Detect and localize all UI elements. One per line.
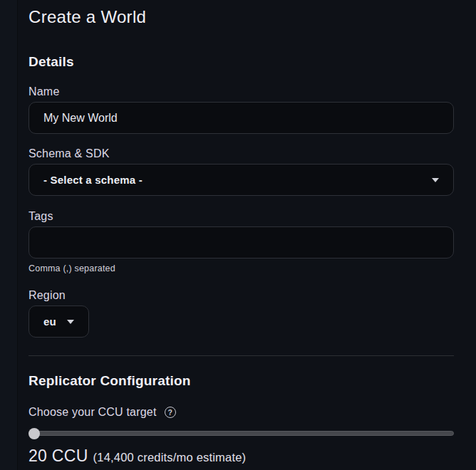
section-divider [29, 355, 454, 356]
ccu-estimate-text: (14,400 credits/mo estimate) [93, 451, 247, 464]
region-select[interactable]: eu [29, 306, 89, 338]
tags-helper-text: Comma (,) separated [29, 263, 454, 273]
tags-label: Tags [29, 210, 454, 223]
ccu-slider[interactable] [29, 428, 454, 439]
replicator-section-heading: Replicator Configuration [29, 373, 454, 389]
chevron-down-icon [432, 178, 439, 182]
schema-select-value: - Select a schema - [43, 174, 143, 186]
slider-thumb[interactable] [29, 428, 40, 439]
chevron-down-icon [67, 320, 74, 324]
ccu-target-label-row: Choose your CCU target ? [29, 406, 454, 419]
ccu-target-label: Choose your CCU target [29, 406, 157, 419]
region-select-value: eu [43, 315, 56, 328]
schema-sdk-label: Schema & SDK [29, 147, 454, 160]
region-label: Region [29, 289, 454, 302]
details-section-heading: Details [29, 54, 454, 70]
ccu-value-row: 20 CCU (14,400 credits/mo estimate) [29, 446, 454, 466]
name-label: Name [29, 85, 454, 98]
ccu-value-text: 20 CCU [29, 446, 88, 466]
slider-track [29, 431, 454, 436]
schema-select[interactable]: - Select a schema - [29, 164, 454, 196]
create-world-form: Create a World Details Name Schema & SDK… [0, 7, 476, 466]
name-input[interactable] [29, 102, 454, 134]
help-question-icon[interactable]: ? [165, 407, 176, 418]
page-title: Create a World [29, 7, 454, 27]
tags-input[interactable] [29, 226, 454, 258]
